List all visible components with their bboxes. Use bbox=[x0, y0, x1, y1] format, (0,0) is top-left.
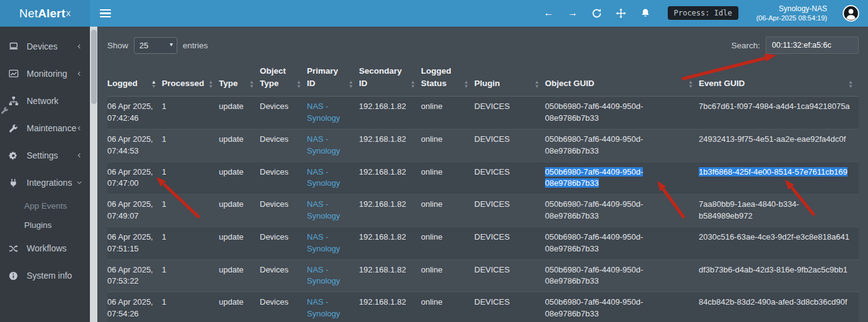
col-object-guid[interactable]: Object GUID▲▼ bbox=[545, 63, 699, 97]
sort-icon[interactable]: ▲▼ bbox=[848, 80, 853, 89]
cell-object-type: Devices bbox=[260, 97, 307, 129]
table-controls: Show 25 ▾ entries Search: bbox=[107, 37, 859, 54]
table-row[interactable]: 06 Apr 2025,07:47:001updateDevicesNAS - … bbox=[107, 162, 859, 194]
primary-id-link[interactable]: NAS - Synology bbox=[307, 297, 340, 318]
cell-object-guid: 050b6980-7af6-4409-950d-08e9786b7b33 bbox=[545, 259, 699, 292]
back-arrow-icon[interactable]: ← bbox=[543, 7, 554, 19]
cell-object-type: Devices bbox=[260, 259, 307, 292]
cell-event-guid: 84cb842b-83d2-490a-afed-3d8cb36cd90f bbox=[699, 292, 859, 322]
cell-object-guid: 050b6980-7af6-4409-950d-08e9786b7b33 bbox=[545, 227, 699, 259]
brand-bold: Alert bbox=[38, 7, 65, 20]
sort-icon[interactable]: ▲▼ bbox=[534, 80, 539, 89]
cell-logged-status: online bbox=[421, 97, 474, 129]
table-row[interactable]: 06 Apr 2025,07:51:151updateDevicesNAS - … bbox=[107, 227, 859, 259]
cell-event-guid: 24932413-9f75-4e51-aa2e-eae92fa4dc0f bbox=[699, 129, 859, 162]
sidebar-item-monitoring[interactable]: Monitoring bbox=[0, 60, 90, 87]
scrollbar-thumb[interactable] bbox=[91, 30, 97, 104]
col-type[interactable]: Type▲▼ bbox=[219, 63, 260, 97]
sort-icon[interactable]: ▲▼ bbox=[464, 80, 469, 89]
table-row[interactable]: 06 Apr 2025,07:44:531updateDevicesNAS - … bbox=[107, 129, 859, 162]
primary-id-link[interactable]: NAS - Synology bbox=[307, 265, 340, 286]
cell-processed: 1 bbox=[162, 194, 219, 227]
page-scrollbar[interactable] bbox=[90, 27, 97, 322]
sidebar: Devices Monitoring Network Maintenance S… bbox=[0, 27, 90, 322]
cell-event-guid: 1b3f6868-425f-4e00-8514-57e7611cb169 bbox=[699, 162, 859, 194]
device-name: Synology-NAS bbox=[756, 4, 827, 14]
sidebar-item-devices[interactable]: Devices bbox=[0, 33, 90, 60]
sidebar-item-workflows[interactable]: Workflows bbox=[0, 235, 90, 262]
column-label: Object GUID bbox=[545, 79, 595, 88]
sitemap-icon bbox=[9, 96, 22, 106]
primary-id-link[interactable]: NAS - Synology bbox=[307, 167, 340, 188]
sort-icon[interactable]: ▲▼ bbox=[208, 80, 213, 89]
entries-label: entries bbox=[183, 41, 208, 50]
sort-icon[interactable]: ▲▼ bbox=[151, 80, 156, 89]
cell-object-guid: 050b6980-7af6-4409-950d-08e9786b7b33 bbox=[545, 292, 699, 322]
cell-event-guid: 7bc67d61-f097-4984-a4d4-1ca94218075a bbox=[699, 97, 859, 129]
cell-primary-id: NAS - Synology bbox=[307, 97, 359, 129]
cell-logged: 06 Apr 2025,07:53:22 bbox=[107, 259, 162, 292]
primary-id-link[interactable]: NAS - Synology bbox=[307, 232, 340, 253]
process-status-badge: Process: Idle bbox=[668, 6, 738, 20]
user-avatar[interactable] bbox=[843, 5, 859, 22]
search-input[interactable] bbox=[766, 37, 859, 54]
cell-object-type: Devices bbox=[260, 227, 307, 259]
move-icon[interactable] bbox=[616, 7, 627, 19]
col-event-guid[interactable]: Event GUID▲▼ bbox=[699, 63, 859, 97]
sort-icon[interactable]: ▲▼ bbox=[296, 80, 301, 89]
table-row[interactable]: 06 Apr 2025,07:49:071updateDevicesNAS - … bbox=[107, 194, 859, 227]
sort-icon[interactable]: ▲▼ bbox=[348, 80, 353, 89]
refresh-icon[interactable] bbox=[591, 7, 603, 19]
cell-event-guid: df3b73b6-d4ab-42d3-816e-9fb2ac5c9bb1 bbox=[699, 259, 859, 292]
cell-logged: 06 Apr 2025,07:51:15 bbox=[107, 227, 162, 259]
device-info: Synology-NAS (06-Apr-2025 08:54:19) bbox=[756, 4, 827, 23]
table-row[interactable]: 06 Apr 2025,07:54:261updateDevicesNAS - … bbox=[107, 292, 859, 322]
col-secondary-id[interactable]: Secondary ID▲▼ bbox=[359, 63, 421, 97]
cell-plugin: DEVICES bbox=[474, 292, 545, 322]
primary-id-link[interactable]: NAS - Synology bbox=[307, 134, 340, 155]
primary-id-link[interactable]: NAS - Synology bbox=[307, 199, 340, 220]
cell-object-type: Devices bbox=[260, 129, 307, 162]
hamburger-menu-icon[interactable] bbox=[100, 9, 111, 17]
primary-id-link[interactable]: NAS - Synology bbox=[307, 102, 340, 123]
cell-logged: 06 Apr 2025,07:42:46 bbox=[107, 97, 162, 129]
sidebar-item-maintenance[interactable]: Maintenance bbox=[0, 115, 90, 142]
table-row[interactable]: 06 Apr 2025,07:42:461updateDevicesNAS - … bbox=[107, 97, 859, 129]
col-object-type[interactable]: Object Type▲▼ bbox=[260, 63, 307, 97]
app-logo[interactable]: NetAlertX bbox=[0, 0, 90, 27]
sort-icon[interactable]: ▲▼ bbox=[688, 80, 693, 89]
page-size-select[interactable]: 25 bbox=[134, 37, 177, 54]
cell-type: update bbox=[219, 227, 260, 259]
cell-object-type: Devices bbox=[260, 194, 307, 227]
cell-object-type: Devices bbox=[260, 162, 307, 194]
chart-icon bbox=[9, 69, 22, 79]
brand-sup: X bbox=[66, 10, 71, 17]
sort-icon[interactable]: ▲▼ bbox=[410, 80, 415, 89]
cell-processed: 1 bbox=[162, 97, 219, 129]
cell-logged-status: online bbox=[421, 227, 474, 259]
col-plugin[interactable]: Plugin▲▼ bbox=[474, 63, 545, 97]
sort-icon[interactable]: ▲▼ bbox=[249, 80, 254, 89]
sidebar-item-integrations[interactable]: Integrations bbox=[0, 169, 90, 196]
sidebar-subitem-app-events[interactable]: App Events bbox=[0, 196, 90, 215]
sidebar-item-network[interactable]: Network bbox=[0, 87, 90, 115]
col-primary-id[interactable]: Primary ID▲▼ bbox=[307, 63, 359, 97]
cell-logged-status: online bbox=[421, 194, 474, 227]
sidebar-subitem-plugins[interactable]: Plugins bbox=[0, 215, 90, 235]
bell-icon[interactable] bbox=[640, 7, 651, 19]
col-logged[interactable]: Logged▲▼ bbox=[107, 63, 162, 97]
column-label: Object Type bbox=[260, 66, 286, 88]
cell-processed: 1 bbox=[162, 292, 219, 322]
sidebar-item-settings[interactable]: Settings bbox=[0, 142, 90, 169]
cell-logged: 06 Apr 2025,07:47:00 bbox=[107, 162, 162, 194]
forward-arrow-icon[interactable]: → bbox=[567, 7, 578, 19]
col-processed[interactable]: Processed▲▼ bbox=[162, 63, 219, 97]
table-row[interactable]: 06 Apr 2025,07:53:221updateDevicesNAS - … bbox=[107, 259, 859, 292]
column-label: Logged Status bbox=[421, 66, 451, 88]
cell-primary-id: NAS - Synology bbox=[307, 227, 359, 259]
cell-secondary-id: 192.168.1.82 bbox=[359, 129, 421, 162]
col-logged-status[interactable]: Logged Status▲▼ bbox=[421, 63, 474, 97]
cell-processed: 1 bbox=[162, 227, 219, 259]
sidebar-item-system-info[interactable]: System info bbox=[0, 262, 90, 289]
gear-icon bbox=[9, 151, 22, 160]
